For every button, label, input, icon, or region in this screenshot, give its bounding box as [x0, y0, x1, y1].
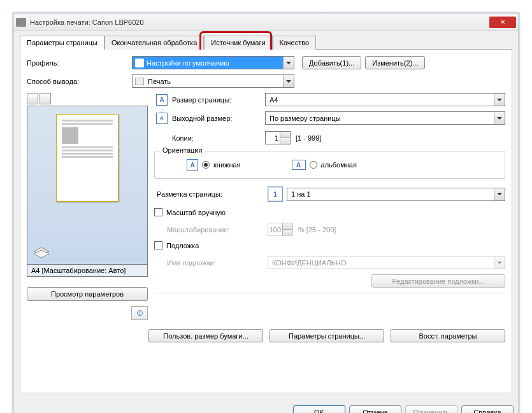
page-preview: [27, 106, 148, 265]
scaling-value: 100: [270, 226, 281, 234]
edit-profile-button[interactable]: Изменить(2)...: [365, 56, 425, 69]
watermark-value: КОНФИДЕНЦИАЛЬНО: [272, 259, 346, 267]
page-params-panel: Профиль: Настройки по умолчанию Добавить…: [20, 50, 512, 393]
output-combo[interactable]: Печать: [132, 74, 294, 88]
output-size-label: Выходной размер:: [169, 115, 265, 122]
watermark-checkbox[interactable]: [154, 241, 162, 249]
output-size-value: По размеру страницы: [270, 115, 341, 122]
copies-spinner[interactable]: 1: [265, 131, 291, 144]
page-options-button[interactable]: Параметры страницы...: [270, 329, 384, 342]
chevron-down-icon[interactable]: [494, 188, 505, 200]
chevron-down-icon[interactable]: [283, 57, 294, 69]
page-size-value: A4: [270, 96, 278, 104]
orientation-landscape-option[interactable]: A альбомная: [292, 159, 357, 171]
scaling-range: % [25 - 200]: [298, 226, 336, 234]
preview-status: A4 [Масштабирование: Авто]: [27, 265, 148, 277]
layout-value: 1 на 1: [291, 190, 311, 198]
titlebar[interactable]: Настройка печати: Canon LBP6020 ✕: [13, 13, 519, 31]
output-value: Печать: [148, 78, 171, 85]
cancel-button[interactable]: Отмена: [349, 405, 401, 413]
print-icon: [135, 78, 144, 85]
portrait-label: книжная: [213, 161, 241, 169]
manual-scale-checkbox[interactable]: [154, 208, 162, 216]
custom-paper-size-button[interactable]: Пользов. размер бумаги...: [148, 329, 263, 342]
scaling-label: Масштабирование:: [167, 226, 268, 234]
landscape-icon: A: [292, 160, 306, 170]
tab-page-params[interactable]: Параметры страницы: [20, 36, 104, 50]
watermark-name-combo: КОНФИДЕНЦИАЛЬНО: [268, 256, 505, 269]
dialog-button-bar: OK Отмена Применить Справка: [13, 400, 519, 413]
view-parameters-button[interactable]: Просмотр параметров: [27, 287, 148, 301]
tabstrip: Параметры страницы Окончательная обработ…: [20, 35, 512, 50]
spinner-buttons: [282, 223, 292, 235]
spinner-buttons[interactable]: [280, 132, 290, 144]
manual-scale-label: Масштаб вручную: [166, 209, 226, 216]
layout-label: Разметка страницы:: [154, 190, 268, 198]
layout-combo[interactable]: 1 на 1: [287, 188, 505, 201]
copies-value: 1: [275, 134, 278, 142]
preview-column: A4 [Масштабирование: Авто] Просмотр пара…: [27, 93, 148, 320]
output-size-icon: A: [156, 113, 168, 124]
close-button[interactable]: ✕: [489, 17, 516, 28]
page-size-combo[interactable]: A4: [265, 93, 505, 106]
orientation-legend: Ориентация: [160, 146, 205, 154]
page-thumbnail: [56, 114, 119, 202]
page-size-label: Размер страницы:: [169, 96, 265, 104]
add-profile-button[interactable]: Добавить(1)...: [302, 56, 361, 69]
apply-button: Применить: [405, 405, 457, 413]
output-size-combo[interactable]: По размеру страницы: [265, 111, 505, 125]
profile-value: Настройки по умолчанию: [147, 59, 229, 67]
landscape-radio[interactable]: [310, 161, 317, 169]
preview-mode-1-button[interactable]: [27, 93, 38, 104]
tab-quality[interactable]: Качество: [273, 36, 317, 50]
portrait-radio[interactable]: [202, 161, 210, 169]
orientation-fieldset: Ориентация A книжная A альбомная: [154, 151, 505, 179]
ok-button[interactable]: OK: [293, 405, 345, 413]
watermark-name-label: Имя подложки:: [167, 259, 268, 267]
tab-paper-source[interactable]: Источник бумаги: [204, 36, 272, 50]
chevron-down-icon: [494, 256, 505, 269]
restore-defaults-button[interactable]: Восст. параметры: [391, 329, 505, 342]
layout-icon: 1: [268, 186, 283, 202]
portrait-icon: A: [187, 159, 198, 171]
defaults-info-button[interactable]: ⓘ: [131, 306, 148, 320]
profile-combo[interactable]: Настройки по умолчанию: [132, 56, 294, 69]
edit-watermark-button: Редактирование подложки...: [371, 274, 505, 288]
chevron-down-icon[interactable]: [494, 112, 505, 124]
chevron-down-icon[interactable]: [283, 75, 294, 87]
window-title: Настройка печати: Canon LBP6020: [30, 18, 489, 26]
help-button[interactable]: Справка: [461, 405, 514, 413]
print-settings-dialog: Настройка печати: Canon LBP6020 ✕ Параме…: [13, 13, 519, 413]
preview-mode-2-button[interactable]: [40, 93, 51, 104]
page-size-icon: A: [156, 94, 168, 106]
profile-label: Профиль:: [27, 59, 132, 67]
printer-icon: [16, 18, 26, 27]
chevron-down-icon[interactable]: [494, 94, 505, 106]
copies-label: Копии:: [169, 134, 265, 142]
output-label: Способ вывода:: [27, 78, 132, 85]
scaling-spinner: 100: [268, 223, 293, 236]
copies-range: [1 - 999]: [296, 134, 321, 142]
profile-icon: [135, 59, 144, 67]
landscape-label: альбомная: [321, 161, 357, 169]
watermark-label: Подложка: [166, 242, 199, 249]
orientation-portrait-option[interactable]: A книжная: [187, 159, 241, 171]
tab-finishing[interactable]: Окончательная обработка: [104, 36, 204, 50]
paper-stack-icon: [32, 245, 50, 259]
settings-column: A Размер страницы: A4 ↓ A Выходной разме…: [154, 93, 505, 320]
